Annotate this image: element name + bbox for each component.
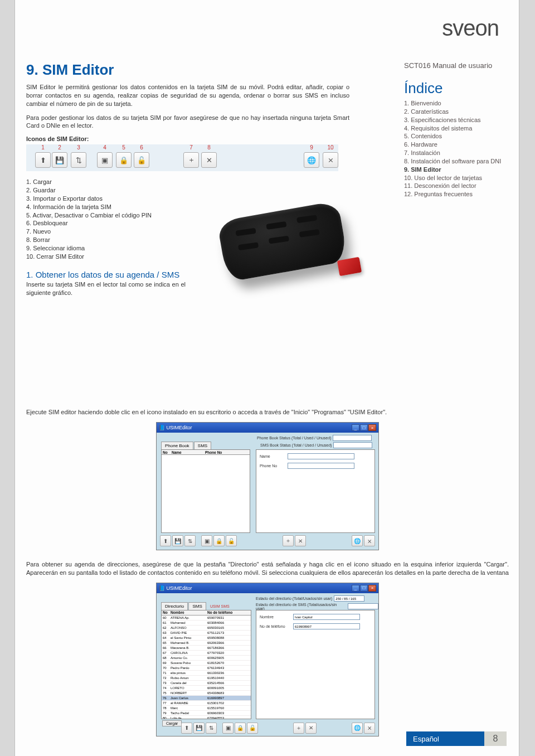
table-row[interactable]: 67CAROLINA677970320 bbox=[162, 651, 251, 656]
subsection-paragraph: Inserte su tarjeta SIM en el lector tal … bbox=[26, 280, 186, 297]
status-value bbox=[348, 603, 378, 609]
toc-item[interactable]: 8. Instalación del software para DNI bbox=[404, 157, 504, 166]
table-row[interactable]: 65Mohamed B.692063366 bbox=[162, 641, 251, 646]
language-icon[interactable]: 🌐 bbox=[352, 723, 363, 734]
table-row[interactable]: 79Tacho Pedal606960303 bbox=[162, 711, 251, 716]
maximize-icon[interactable]: □ bbox=[360, 585, 368, 592]
minimize-icon[interactable]: _ bbox=[352, 424, 359, 431]
pin-icon[interactable]: 🔒 bbox=[235, 723, 246, 734]
intro-paragraph-1: SIM Editor le permitirá gestionar los da… bbox=[26, 83, 349, 108]
status-value: 250 / 85 / 165 bbox=[334, 595, 364, 602]
sim-info-icon[interactable]: ▣ bbox=[222, 723, 234, 734]
toolbar-num: 6 bbox=[140, 144, 143, 151]
name-label: Name bbox=[260, 454, 284, 458]
import-export-icon[interactable]: ⇅ bbox=[206, 723, 217, 734]
app-toolbar: ⬆ 💾 ⇅ ▣ 🔒 🔓 ＋ ✕ 🌐 ⨯ bbox=[160, 534, 375, 547]
tab-sms[interactable]: SMS bbox=[188, 602, 206, 610]
usim-editor-window-empty: 📘 USIMEditor _ □ × Phone Book SMS No Nam… bbox=[156, 422, 379, 550]
save-icon[interactable]: 💾 bbox=[172, 535, 183, 546]
save-icon[interactable]: 💾 bbox=[193, 723, 205, 734]
tab-phonebook[interactable]: Phone Book bbox=[161, 442, 193, 449]
toc-item[interactable]: 1. Bienvenido bbox=[404, 99, 504, 108]
status-value bbox=[333, 435, 372, 441]
name-input[interactable]: Ivan Capitol bbox=[293, 614, 360, 620]
list-item: 3. Importar o Exportar datos bbox=[26, 195, 383, 203]
table-row[interactable]: 69Susana Pubo618152670 bbox=[162, 661, 251, 666]
close-icon[interactable]: ⨯ bbox=[364, 723, 375, 734]
phone-input[interactable]: 619908997 bbox=[293, 623, 360, 629]
new-icon[interactable]: ＋ bbox=[293, 723, 304, 734]
toc-item[interactable]: 5. Contenidos bbox=[404, 132, 504, 140]
unlock-icon[interactable]: 🔓 bbox=[226, 535, 237, 546]
table-row[interactable]: 77al RAMABE615301702 bbox=[162, 701, 251, 706]
close-icon[interactable]: × bbox=[368, 585, 376, 592]
status-label: Phone Book Status (Total / Used / Unused… bbox=[257, 436, 331, 440]
usim-editor-window-populated: 📘 USIMEditor _ □ × Directorio SMS USIM S… bbox=[156, 583, 379, 736]
main-content: 9. SIM Editor SIM Editor le permitirá ge… bbox=[26, 61, 383, 747]
col-phone: No de teléfono bbox=[207, 610, 251, 614]
table-row[interactable]: 71elia pintos661330236 bbox=[162, 671, 251, 676]
table-row[interactable]: 78Marc615519760 bbox=[162, 706, 251, 711]
phone-input[interactable] bbox=[288, 463, 354, 469]
toolbar-num: 10 bbox=[327, 144, 333, 151]
tab-sms[interactable]: SMS bbox=[194, 442, 211, 449]
table-row[interactable]: 66Macarena B.667186366 bbox=[162, 646, 251, 651]
language-icon[interactable]: 🌐 bbox=[352, 535, 363, 546]
col-name: Name bbox=[172, 450, 205, 454]
save-icon: 💾 bbox=[52, 152, 67, 168]
toolbar-num: 8 bbox=[207, 144, 211, 151]
toc-item[interactable]: 7. Instalación bbox=[404, 149, 504, 157]
close-icon[interactable]: × bbox=[368, 424, 376, 431]
toolbar-num: 1 bbox=[41, 144, 45, 151]
sidebar: SCT016 Manual de usuario Índice 1. Bienv… bbox=[404, 61, 504, 198]
delete-icon[interactable]: ✕ bbox=[305, 723, 317, 734]
load-icon[interactable]: ⬆ bbox=[181, 723, 192, 734]
toc-item[interactable]: 11. Desconexión del lector bbox=[404, 182, 504, 190]
toc-item[interactable]: 10. Uso del lector de tarjetas bbox=[404, 174, 504, 182]
manual-reference: SCT016 Manual de usuario bbox=[404, 61, 504, 70]
pin-icon[interactable]: 🔒 bbox=[213, 535, 225, 546]
unlock-icon[interactable]: 🔓 bbox=[247, 723, 258, 734]
table-row[interactable]: 73Canela del635214566 bbox=[162, 681, 251, 686]
table-row[interactable]: 72Rubio Anton619510440 bbox=[162, 676, 251, 681]
table-row[interactable]: 60ATRENA Ap.659070931 bbox=[162, 616, 251, 621]
table-row[interactable]: 62ALFONSO695030165 bbox=[162, 626, 251, 631]
delete-icon[interactable]: ✕ bbox=[295, 535, 306, 546]
table-row[interactable]: 64el Santo Pinto659508088 bbox=[162, 636, 251, 641]
minimize-icon[interactable]: _ bbox=[352, 585, 359, 592]
toc-item-current[interactable]: 9. SIM Editor bbox=[404, 166, 504, 174]
name-input[interactable] bbox=[288, 453, 354, 459]
table-row[interactable]: 76Juan Carlos616990897 bbox=[162, 696, 251, 701]
toc-item[interactable]: 6. Hardware bbox=[404, 140, 504, 149]
maximize-icon[interactable]: □ bbox=[360, 424, 368, 431]
toolbar-num: 9 bbox=[310, 144, 313, 151]
toc-item[interactable]: 3. Especificaciones técnicas bbox=[404, 116, 504, 124]
table-row[interactable]: 70Pedro Pardo676134943 bbox=[162, 666, 251, 671]
table-row[interactable]: 75NORBERT654338683 bbox=[162, 691, 251, 696]
import-export-icon[interactable]: ⇅ bbox=[184, 535, 196, 546]
toolbar-num: 4 bbox=[103, 144, 106, 151]
sim-editor-toolbar-legend: 1 2 3 4 5 6 7 8 9 10 ⬆ 💾 ⇅ ▣ 🔒 🔓 ＋ ✕ 🌐 ⨯ bbox=[26, 144, 338, 171]
table-row[interactable]: 63DAVID PIE675112173 bbox=[162, 631, 251, 636]
table-row[interactable]: 68Antonio Cu.600625905 bbox=[162, 656, 251, 661]
toc-item[interactable]: 12. Preguntas frecuentes bbox=[404, 190, 504, 198]
sim-info-icon[interactable]: ▣ bbox=[201, 535, 212, 546]
new-icon[interactable]: ＋ bbox=[283, 535, 294, 546]
table-row[interactable]: 74LORETO600091005 bbox=[162, 686, 251, 691]
usim-sms-label: USIM SMS bbox=[210, 604, 230, 608]
launch-instructions: Ejecute SIM editor haciendo doble clic e… bbox=[26, 408, 509, 416]
toolbar-num: 3 bbox=[77, 144, 80, 151]
load-icon: ⬆ bbox=[35, 152, 51, 168]
tab-directorio[interactable]: Directorio bbox=[161, 602, 188, 610]
toc-item[interactable]: 4. Requisitos del sistema bbox=[404, 124, 504, 133]
table-row[interactable]: 61Mohamed603084066 bbox=[162, 621, 251, 626]
col-phone: Phone No bbox=[205, 450, 250, 454]
close-icon: ⨯ bbox=[323, 152, 338, 168]
load-icon[interactable]: ⬆ bbox=[160, 535, 171, 546]
toc-item[interactable]: 2. Caraterísticas bbox=[404, 108, 504, 116]
phone-label: Phone No bbox=[260, 464, 284, 468]
table-row[interactable]: 80Lola de670940553 bbox=[162, 716, 251, 719]
close-icon[interactable]: ⨯ bbox=[364, 535, 375, 546]
delete-icon: ✕ bbox=[201, 152, 217, 168]
pin-icon: 🔒 bbox=[116, 152, 132, 168]
